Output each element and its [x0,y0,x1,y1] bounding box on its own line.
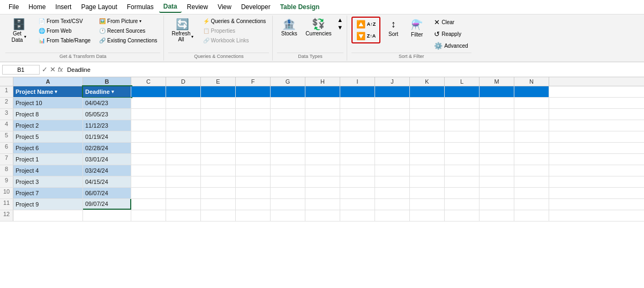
cell-a4[interactable]: Project 2 [13,120,83,131]
cell-c9[interactable] [131,176,166,187]
cell-e1[interactable] [201,86,236,97]
cell-e12[interactable] [201,210,236,221]
cell-f4[interactable] [236,120,271,131]
cell-i6[interactable] [340,143,375,153]
cell-i3[interactable] [340,109,375,120]
cell-c5[interactable] [131,131,166,142]
cell-a6[interactable]: Project 6 [13,143,83,153]
cell-h5[interactable] [305,131,340,142]
cell-h12[interactable] [305,210,340,221]
col-header-d[interactable]: D [166,77,201,86]
cell-i4[interactable] [340,120,375,131]
data-types-scroll-down[interactable]: ▼ [337,24,343,31]
cell-j1[interactable] [375,86,410,97]
menu-file[interactable]: File [4,2,23,12]
cell-m8[interactable] [480,165,514,176]
col-header-b[interactable]: B [83,77,131,86]
menu-home[interactable]: Home [24,2,50,12]
cell-e6[interactable] [201,143,236,153]
col-header-i[interactable]: I [340,77,375,86]
cell-a9[interactable]: Project 3 [13,176,83,187]
cell-m2[interactable] [480,98,514,108]
cell-f11[interactable] [236,199,271,210]
col-header-e[interactable]: E [201,77,236,86]
cell-m10[interactable] [480,188,514,198]
cell-f9[interactable] [236,176,271,187]
cell-j11[interactable] [375,199,410,210]
cell-g7[interactable] [271,154,305,165]
menu-developer[interactable]: Developer [237,2,275,12]
cell-i9[interactable] [340,176,375,187]
cell-d1[interactable] [166,86,201,97]
cell-b2[interactable]: 04/04/23 [83,98,131,108]
cell-j7[interactable] [375,154,410,165]
cell-j10[interactable] [375,188,410,198]
cell-d3[interactable] [166,109,201,120]
cell-l4[interactable] [445,120,480,131]
cell-l8[interactable] [445,165,480,176]
cell-d10[interactable] [166,188,201,198]
cell-h10[interactable] [305,188,340,198]
cell-d8[interactable] [166,165,201,176]
cell-l6[interactable] [445,143,480,153]
properties-button[interactable]: 📋 Properties [200,26,269,35]
cell-g1[interactable] [271,86,305,97]
cell-b4[interactable]: 11/12/23 [83,120,131,131]
cell-e3[interactable] [201,109,236,120]
col-header-h[interactable]: H [305,77,340,86]
col-header-n[interactable]: N [514,77,549,86]
cell-h11[interactable] [305,199,340,210]
cell-m5[interactable] [480,131,514,142]
col-header-l[interactable]: L [445,77,480,86]
cell-f8[interactable] [236,165,271,176]
cell-n12[interactable] [514,210,549,221]
cell-l1[interactable] [445,86,480,97]
cell-b3[interactable]: 05/05/23 [83,109,131,120]
menu-formulas[interactable]: Formulas [123,2,158,12]
cell-e2[interactable] [201,98,236,108]
cell-k4[interactable] [410,120,445,131]
cell-l5[interactable] [445,131,480,142]
cell-k5[interactable] [410,131,445,142]
cell-c2[interactable] [131,98,166,108]
cell-k6[interactable] [410,143,445,153]
cell-c1[interactable] [131,86,166,97]
cell-e8[interactable] [201,165,236,176]
cell-e4[interactable] [201,120,236,131]
cell-l9[interactable] [445,176,480,187]
cell-e5[interactable] [201,131,236,142]
cell-a1[interactable]: Project Name ▾ [13,86,83,97]
cell-c12[interactable] [131,210,166,221]
currencies-button[interactable]: 💱 Currencies [302,17,334,39]
cell-g9[interactable] [271,176,305,187]
cell-f2[interactable] [236,98,271,108]
cell-h4[interactable] [305,120,340,131]
stocks-button[interactable]: 🏦 Stocks [277,17,301,39]
cell-h3[interactable] [305,109,340,120]
cell-k12[interactable] [410,210,445,221]
cell-m9[interactable] [480,176,514,187]
cell-a2[interactable]: Project 10 [13,98,83,108]
recent-sources-button[interactable]: 🕐 Recent Sources [96,26,160,35]
cell-b7[interactable]: 03/01/24 [83,154,131,165]
cell-n9[interactable] [514,176,549,187]
cell-j8[interactable] [375,165,410,176]
cell-g5[interactable] [271,131,305,142]
refresh-all-button[interactable]: 🔄 Refresh All ▾ [168,17,196,45]
cell-m1[interactable] [480,86,514,97]
cell-f5[interactable] [236,131,271,142]
cell-a3[interactable]: Project 8 [13,109,83,120]
cell-n11[interactable] [514,199,549,210]
cell-c4[interactable] [131,120,166,131]
cell-l12[interactable] [445,210,480,221]
advanced-button[interactable]: ⚙️ Advanced [431,40,471,51]
cell-i10[interactable] [340,188,375,198]
cell-reference-box[interactable]: B1 [2,65,40,75]
sort-za-button[interactable]: 🔽 Z↑A [354,31,379,41]
col-header-c[interactable]: C [131,77,166,86]
col-header-g[interactable]: G [271,77,305,86]
cell-j5[interactable] [375,131,410,142]
menu-insert[interactable]: Insert [51,2,76,12]
cell-k10[interactable] [410,188,445,198]
col-header-a[interactable]: A [13,77,83,86]
